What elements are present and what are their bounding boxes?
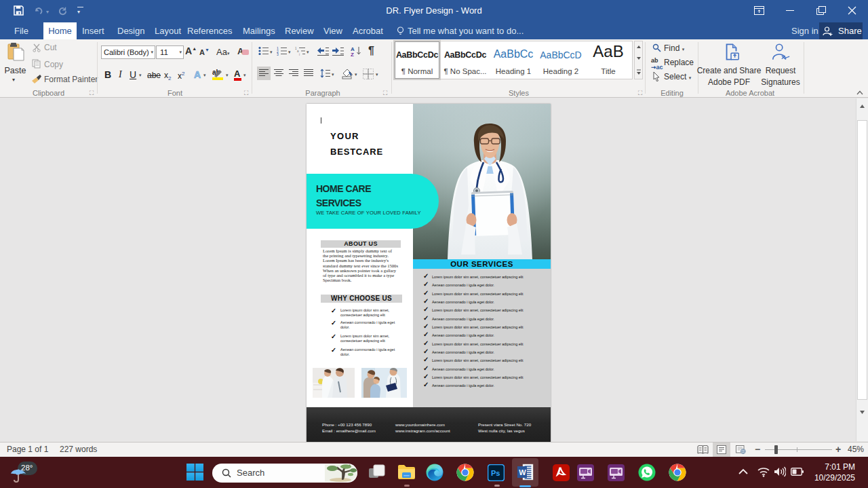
svg-text:Z: Z	[351, 52, 354, 56]
svg-text:3: 3	[277, 52, 279, 56]
svg-text:Ps: Ps	[491, 469, 500, 477]
svg-text:i: i	[299, 53, 300, 56]
svg-text:W: W	[519, 468, 526, 476]
